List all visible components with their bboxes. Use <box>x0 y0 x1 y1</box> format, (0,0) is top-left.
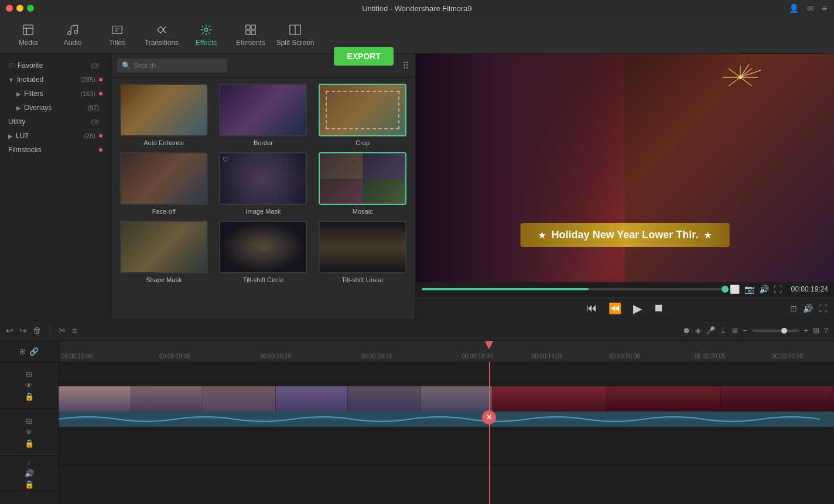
lock-icon-2[interactable]: 🔒 <box>25 439 34 448</box>
sidebar-lut-count: (26) <box>84 132 95 139</box>
skip-back-button[interactable]: ⏮ <box>586 302 597 314</box>
sidebar-filters-label: Filters <box>24 90 80 98</box>
effect-border[interactable]: Border <box>217 84 310 146</box>
effect-tiltshift-linear[interactable]: Tilt-shift Linear <box>316 221 409 283</box>
eye-icon[interactable]: 👁 <box>25 381 33 390</box>
nav-split-label: Split Screen <box>276 39 315 47</box>
effect-face-off[interactable]: Face-off <box>117 152 211 215</box>
ruler-time-0: 00:00:19:00 <box>61 353 93 359</box>
effect-label-tiltshift-circle: Tilt-shift Circle <box>243 276 283 283</box>
effect-shape-mask[interactable]: Shape Mask <box>117 221 211 283</box>
audio-settings-icon[interactable]: 🔊 <box>803 304 813 313</box>
nav-audio[interactable]: Audio <box>52 19 94 52</box>
expand-icon[interactable]: ⛶ <box>819 304 827 313</box>
sidebar-item-filters[interactable]: ▶ Filters (163) <box>0 87 111 101</box>
mail-icon[interactable]: ✉ <box>807 4 814 13</box>
minimize-button[interactable] <box>16 5 23 12</box>
svg-point-4 <box>204 28 208 32</box>
effect-image-mask[interactable]: ♡ Image Mask <box>217 152 310 215</box>
sidebar-utility-count: (9) <box>91 118 99 125</box>
effect-mosaic[interactable]: Mosaic <box>316 152 409 215</box>
effect-label-mosaic: Mosaic <box>353 208 373 215</box>
minus-zoom[interactable]: − <box>743 326 748 335</box>
preview-panel: ★ Holiday New Year Lower Thir. ★ ⬜ 📷 🔊 ⛶… <box>416 54 834 320</box>
effect-thumb-crop <box>319 84 406 136</box>
pip-icon[interactable]: ⊡ <box>790 304 797 313</box>
effect-thumb-face-off <box>120 152 208 205</box>
badge-icon[interactable]: ◈ <box>695 326 701 335</box>
search-input[interactable] <box>117 59 227 73</box>
zoom-handle[interactable] <box>781 328 787 334</box>
monitor-small-icon[interactable]: 🖥 <box>731 326 739 335</box>
sidebar-item-lut[interactable]: ▶ LUT (26) <box>0 129 111 143</box>
ruler-time-8: 00:00:20:10 <box>772 353 803 359</box>
eye-icon-2[interactable]: 👁 <box>25 428 33 437</box>
lock-icon[interactable]: 🔒 <box>25 392 34 401</box>
app-title: Untitled - Wondershare Filmora9 <box>362 4 472 13</box>
effect-crop[interactable]: Crop <box>316 84 409 146</box>
effect-label-auto-enhance: Auto Enhance <box>143 139 184 146</box>
effect-thumb-tiltshift-circle <box>219 221 307 273</box>
close-button[interactable] <box>6 5 13 12</box>
ruler-time-3: 00:00:19:15 <box>361 353 392 359</box>
volume-icon[interactable]: 🔊 <box>759 284 769 294</box>
menu-icon[interactable]: ≡ <box>822 4 827 13</box>
video-thumbnail-strip <box>59 386 493 413</box>
sidebar-item-included[interactable]: ▼ Included (285) <box>0 73 111 87</box>
sidebar-filmstocks-label: Filmstocks <box>8 146 99 154</box>
effects-grid: Auto Enhance Border Crop <box>111 78 415 289</box>
camera-icon[interactable]: 📷 <box>744 284 754 294</box>
maximize-button[interactable] <box>27 5 34 12</box>
svg-point-1 <box>68 31 71 35</box>
grid-layout-icon[interactable]: ⊞ <box>813 326 819 335</box>
svg-rect-0 <box>23 25 33 35</box>
zoom-bar[interactable] <box>752 330 799 332</box>
playhead-top-marker <box>485 341 493 349</box>
effect-thumb-mosaic <box>319 152 406 205</box>
lock-icon-3[interactable]: 🔒 <box>25 480 34 489</box>
nav-media[interactable]: Media <box>7 19 49 52</box>
play-button[interactable]: ▶ <box>633 301 642 316</box>
redo-button[interactable]: ↪ <box>19 325 27 336</box>
link-icon[interactable]: 🔗 <box>29 347 39 356</box>
stop-button[interactable]: ⏹ <box>654 302 664 314</box>
preview-video: ★ Holiday New Year Lower Thir. ★ <box>416 54 834 282</box>
sidebar-item-favorite[interactable]: ♡ Favorite (0) <box>0 59 111 73</box>
nav-split-screen[interactable]: Split Screen <box>274 19 316 52</box>
nav-effects[interactable]: Effects <box>185 19 227 52</box>
cut-tool[interactable]: ✂ <box>59 325 66 336</box>
list-tool[interactable]: ≡ <box>72 325 77 335</box>
nav-elements[interactable]: Elements <box>230 19 272 52</box>
sidebar: ♡ Favorite (0) ▼ Included (285) ▶ Filter… <box>0 54 111 320</box>
record-icon[interactable]: ⏺ <box>683 326 691 335</box>
sidebar-item-utility[interactable]: Utility (9) <box>0 115 111 129</box>
add-track-icon[interactable]: ⊞ <box>19 347 26 356</box>
sidebar-item-overlays[interactable]: ▶ Overlays (87) <box>0 101 111 115</box>
plus-zoom[interactable]: + <box>804 326 808 335</box>
effect-label-face-off: Face-off <box>152 208 176 215</box>
sidebar-item-filmstocks[interactable]: Filmstocks <box>0 143 111 157</box>
help-icon[interactable]: ? <box>824 326 828 335</box>
lower-third-text: ★ Holiday New Year Lower Thir. ★ <box>521 223 730 247</box>
nav-titles[interactable]: Titles <box>96 19 138 52</box>
timeline-ruler[interactable]: 00:00:19:00 00:00:19:05 00:00:19:10 00:0… <box>59 341 834 362</box>
monitor-icon[interactable]: ⬜ <box>730 284 740 294</box>
volume-small-icon[interactable]: 🔊 <box>25 469 34 478</box>
effect-thumb-border <box>219 84 307 136</box>
fullscreen-icon[interactable]: ⛶ <box>774 284 782 294</box>
user-icon[interactable]: 👤 <box>789 4 799 13</box>
window-controls[interactable] <box>6 5 34 12</box>
progress-track[interactable] <box>422 288 725 290</box>
effect-tiltshift-circle[interactable]: Tilt-shift Circle <box>217 221 310 283</box>
undo-button[interactable]: ↩ <box>6 325 13 336</box>
delete-button[interactable]: 🗑 <box>33 325 42 335</box>
nav-transitions[interactable]: Transitions <box>141 19 183 52</box>
import-icon[interactable]: ⤓ <box>720 326 726 335</box>
effect-auto-enhance[interactable]: Auto Enhance <box>117 84 211 146</box>
mic-icon[interactable]: 🎤 <box>706 326 715 335</box>
chevron-right-icon: ▶ <box>16 91 21 97</box>
playhead-line <box>489 362 490 504</box>
step-back-button[interactable]: ⏪ <box>609 302 621 315</box>
video-thumbnail-strip-dark <box>493 386 834 413</box>
grid-view-icon[interactable]: ⠿ <box>402 60 409 71</box>
